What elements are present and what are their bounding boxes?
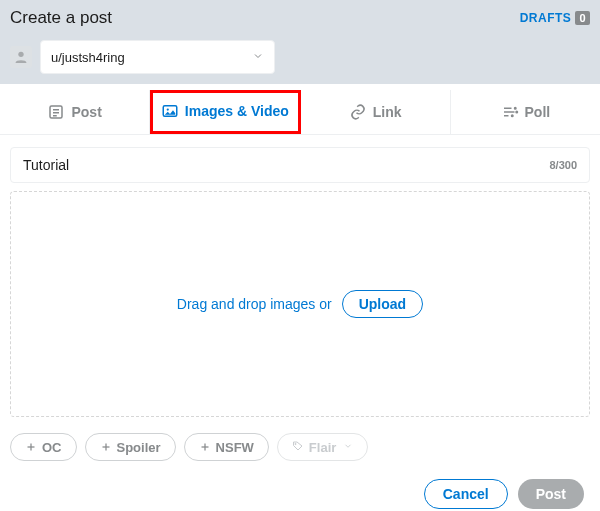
tab-poll[interactable]: Poll	[451, 90, 600, 134]
tag-oc-label: OC	[42, 440, 62, 455]
svg-point-0	[18, 52, 23, 57]
plus-icon	[199, 441, 211, 453]
drafts-button[interactable]: DRAFTS 0	[520, 11, 590, 25]
header-top: Create a post DRAFTS 0	[10, 8, 590, 40]
link-icon	[349, 103, 367, 121]
upload-button[interactable]: Upload	[342, 290, 423, 318]
image-icon	[161, 102, 179, 120]
tab-poll-label: Poll	[525, 104, 551, 120]
title-value: Tutorial	[23, 157, 69, 173]
community-dropdown[interactable]: u/justsh4ring	[40, 40, 275, 74]
svg-point-19	[295, 443, 296, 444]
title-char-counter: 8/300	[549, 159, 577, 171]
content-area: Tutorial 8/300 Drag and drop images or U…	[0, 135, 600, 511]
action-buttons: Cancel Post	[10, 479, 590, 509]
tag-flair[interactable]: Flair	[277, 433, 368, 461]
tags-row: OC Spoiler NSFW Flair	[10, 433, 590, 461]
tab-link[interactable]: Link	[301, 90, 451, 134]
tab-link-label: Link	[373, 104, 402, 120]
tag-oc[interactable]: OC	[10, 433, 77, 461]
plus-icon	[25, 441, 37, 453]
chevron-down-icon	[343, 441, 353, 453]
post-type-tabs: Post Images & Video Link Poll	[0, 90, 600, 135]
community-name: u/justsh4ring	[51, 50, 125, 65]
tag-nsfw-label: NSFW	[216, 440, 254, 455]
tab-images-label: Images & Video	[185, 103, 289, 119]
post-button[interactable]: Post	[518, 479, 584, 509]
tab-post[interactable]: Post	[0, 90, 150, 134]
header-band: Create a post DRAFTS 0 u/justsh4ring	[0, 0, 600, 84]
dropzone-hint: Drag and drop images or	[177, 296, 332, 312]
media-dropzone[interactable]: Drag and drop images or Upload	[10, 191, 590, 417]
tag-nsfw[interactable]: NSFW	[184, 433, 269, 461]
tag-icon	[292, 440, 304, 455]
svg-point-6	[166, 108, 168, 110]
community-avatar-icon	[10, 46, 32, 68]
plus-icon	[100, 441, 112, 453]
tag-flair-label: Flair	[309, 440, 336, 455]
drafts-label: DRAFTS	[520, 11, 572, 25]
svg-point-10	[514, 108, 516, 110]
page-title: Create a post	[10, 8, 112, 28]
tag-spoiler-label: Spoiler	[117, 440, 161, 455]
tab-post-label: Post	[71, 104, 101, 120]
svg-point-12	[511, 115, 513, 117]
drafts-count-badge: 0	[575, 11, 590, 25]
post-icon	[47, 103, 65, 121]
poll-icon	[501, 103, 519, 121]
svg-point-11	[516, 111, 518, 113]
community-selector[interactable]: u/justsh4ring	[10, 40, 590, 74]
tag-spoiler[interactable]: Spoiler	[85, 433, 176, 461]
chevron-down-icon	[252, 50, 264, 65]
cancel-button[interactable]: Cancel	[424, 479, 508, 509]
tab-images-video[interactable]: Images & Video	[150, 90, 300, 134]
title-input[interactable]: Tutorial 8/300	[10, 147, 590, 183]
